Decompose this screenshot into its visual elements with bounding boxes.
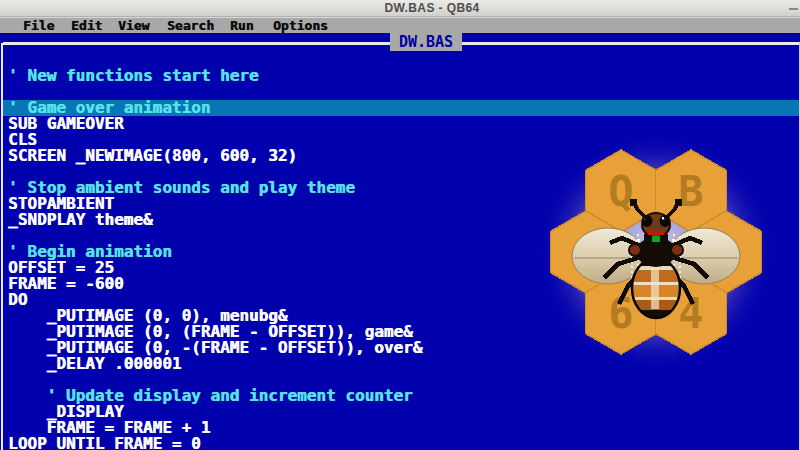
menu-item-search[interactable]: Search: [167, 18, 214, 33]
code-line[interactable]: ' Stop ambient sounds and play theme: [3, 180, 799, 196]
editor-panel: Q B 6 4: [0, 33, 800, 450]
code-line[interactable]: SUB GAMEOVER: [3, 116, 799, 132]
code-line[interactable]: SCREEN _NEWIMAGE(800, 600, 32): [3, 148, 799, 164]
file-tab-label: DW.BAS: [399, 33, 453, 51]
minimize-icon[interactable]: [789, 8, 798, 10]
code-line[interactable]: _SNDPLAY theme&: [3, 212, 799, 228]
menu-bar: FileEditViewSearchRunOptions: [0, 17, 800, 33]
qb64-window: DW.BAS - QB64 FileEditViewSearchRunOptio…: [0, 0, 800, 450]
code-area: ' New functions start here' Game over an…: [3, 68, 799, 450]
menu-item-run[interactable]: Run: [230, 18, 253, 33]
menu-item-edit[interactable]: Edit: [71, 18, 102, 33]
frame-border-top-left: [3, 42, 390, 45]
menu-item-file[interactable]: File: [23, 18, 54, 33]
code-line[interactable]: ' Begin animation: [3, 244, 799, 260]
menu-item-options[interactable]: Options: [273, 18, 328, 33]
code-line[interactable]: LOOP UNTIL FRAME = 0: [3, 436, 799, 450]
code-line[interactable]: FRAME = -600: [3, 276, 799, 292]
code-line[interactable]: _DELAY .000001: [3, 356, 799, 372]
code-line[interactable]: ' New functions start here: [3, 68, 799, 84]
file-tab[interactable]: DW.BAS: [390, 33, 462, 51]
window-titlebar[interactable]: DW.BAS - QB64: [0, 0, 800, 17]
frame-border-top-right: [462, 42, 800, 45]
window-title: DW.BAS - QB64: [64, 0, 800, 16]
menu-item-view[interactable]: View: [118, 18, 149, 33]
